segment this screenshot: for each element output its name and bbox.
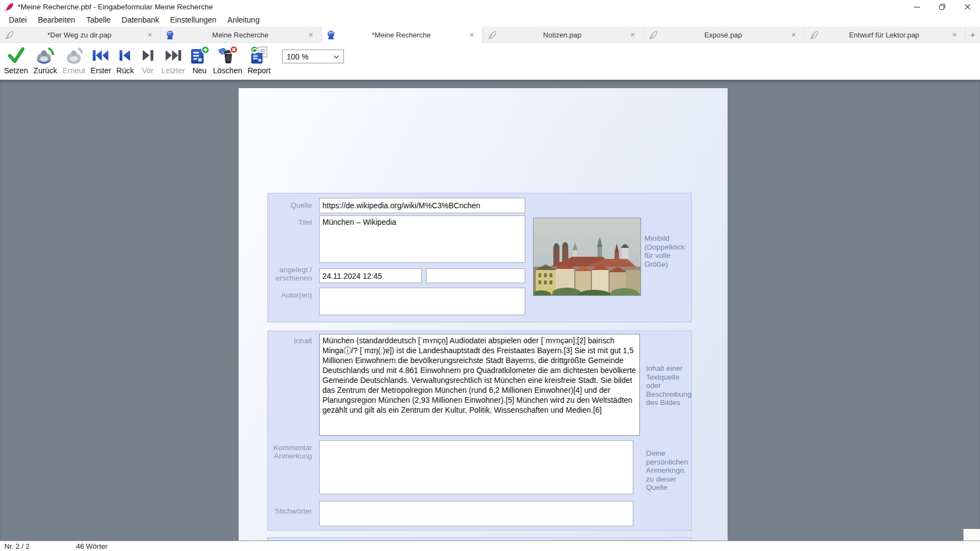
tab-der-weg-zu-dir[interactable]: *Der Weg zu dir.pap ×	[0, 26, 161, 43]
kommentar-input[interactable]	[319, 440, 633, 494]
window-controls	[904, 0, 980, 13]
minimize-button[interactable]	[904, 0, 929, 13]
close-icon	[964, 3, 971, 10]
app-feather-icon	[4, 2, 14, 12]
next-record-icon	[138, 45, 158, 65]
title-bar: *Meine Recherche.pbf - Eingabeformular M…	[0, 0, 980, 13]
menu-bar: Datei Bearbeiten Tabelle Datenbank Einst…	[0, 13, 980, 26]
last-record-icon	[163, 45, 183, 65]
redo-person-icon	[64, 45, 84, 65]
erster-record-button[interactable]: Erster	[88, 43, 114, 75]
vor-record-button[interactable]: Vor	[137, 43, 159, 75]
new-tab-button[interactable]: +	[966, 26, 980, 42]
tab-label: *Meine Recherche	[336, 31, 467, 39]
kommentar-hint: Deine persönlichen Anmerkngn. zu dieser …	[646, 449, 691, 492]
tab-notizen[interactable]: Notizen.pap ×	[483, 26, 644, 43]
tab-meine-recherche-active[interactable]: *Meine Recherche ×	[322, 26, 483, 43]
minibild-thumbnail[interactable]	[533, 218, 641, 296]
word-count: 46 Wörter	[76, 542, 107, 550]
feather-icon	[648, 30, 658, 40]
kommentar-label: Kommentar Anmerkung	[246, 444, 312, 460]
undo-person-icon	[35, 45, 55, 65]
inhalt-input[interactable]: München (standarddeutsch [ˈmʏnçn̩] Audio…	[319, 334, 640, 436]
status-bar: Nr. 2 / 2 46 Wörter	[0, 541, 980, 551]
inhalt-hint: Inhalt einer Textquelle oder Beschreibun…	[646, 364, 691, 407]
minibild-caption: Minibild (Doppelklick für volle Größe)	[644, 234, 692, 268]
autoren-input[interactable]	[319, 288, 525, 315]
close-button[interactable]	[955, 0, 980, 13]
minimize-icon	[913, 3, 920, 10]
delete-trash-icon	[218, 45, 238, 65]
report-icon	[249, 45, 269, 65]
quelle-label: Quelle	[246, 201, 312, 209]
loeschen-button[interactable]: Löschen	[212, 43, 244, 75]
inhalt-label: Inhalt	[246, 337, 312, 345]
feather-icon	[4, 30, 14, 40]
feather-icon	[487, 30, 497, 40]
form-canvas: Quelle Titel München – Wikipedia angeleg…	[0, 80, 980, 541]
rueck-record-button[interactable]: Rück	[114, 43, 137, 75]
section-quelle: Quelle Titel München – Wikipedia angeleg…	[267, 193, 692, 322]
restore-button[interactable]	[929, 0, 955, 13]
document-tab-bar: *Der Weg zu dir.pap × Meine Recherche × …	[0, 26, 980, 43]
application-window: *Meine Recherche.pbf - Eingabeformular M…	[0, 0, 980, 551]
report-button[interactable]: Report	[244, 43, 274, 75]
setzen-button[interactable]: Setzen	[1, 43, 31, 75]
menu-datenbank[interactable]: Datenbank	[116, 14, 165, 26]
first-record-icon	[91, 45, 111, 65]
new-record-icon	[190, 45, 209, 65]
titel-input[interactable]: München – Wikipedia	[319, 215, 525, 263]
tab-label: Notizen.pap	[497, 31, 628, 39]
tab-close-icon[interactable]: ×	[950, 30, 960, 40]
restore-icon	[939, 3, 946, 10]
tab-entwurf-fuer-lektor[interactable]: Entwurf für Lektor.pap ×	[805, 26, 966, 43]
erschienen-input[interactable]	[426, 268, 525, 283]
erneut-button[interactable]: Erneut	[60, 43, 88, 75]
menu-einstellungen[interactable]: Einstellungen	[165, 14, 222, 26]
menu-datei[interactable]: Datei	[3, 14, 33, 26]
tab-label: Exposé.pap	[658, 31, 789, 39]
zoom-value: 100 %	[287, 52, 333, 61]
tab-label: Entwurf für Lektor.pap	[819, 31, 950, 39]
tab-close-icon[interactable]: ×	[789, 30, 799, 40]
globe-icon	[326, 30, 336, 40]
menu-anleitung[interactable]: Anleitung	[222, 14, 265, 26]
scrollbar-corner	[963, 529, 980, 541]
munich-skyline-image	[534, 218, 640, 295]
tab-close-icon[interactable]: ×	[467, 30, 477, 40]
window-title: *Meine Recherche.pbf - Eingabeformular M…	[18, 3, 213, 11]
tab-expose[interactable]: Exposé.pap ×	[644, 26, 805, 43]
stichwoerter-label: Stichwörter	[246, 507, 312, 515]
quelle-input[interactable]	[319, 198, 525, 213]
stichwoerter-input[interactable]	[319, 501, 633, 526]
previous-record-icon	[115, 45, 135, 65]
tab-close-icon[interactable]: ×	[145, 30, 155, 40]
tab-close-icon[interactable]: ×	[306, 30, 316, 40]
chevron-down-icon	[333, 53, 340, 60]
section-inhalt: Inhalt München (standarddeutsch [ˈmʏnçn̩…	[267, 331, 692, 531]
tab-meine-recherche[interactable]: Meine Recherche ×	[161, 26, 322, 43]
tab-label: *Der Weg zu dir.pap	[14, 31, 145, 39]
globe-icon	[165, 30, 175, 40]
neu-button[interactable]: Neu	[187, 43, 212, 75]
tab-label: Meine Recherche	[175, 31, 306, 39]
zurueck-button[interactable]: Zurück	[31, 43, 60, 75]
angelegt-input[interactable]	[319, 268, 422, 283]
menu-bearbeiten[interactable]: Bearbeiten	[33, 14, 81, 26]
checkmark-icon	[6, 45, 26, 65]
record-counter: Nr. 2 / 2	[4, 542, 30, 550]
form-page: Quelle Titel München – Wikipedia angeleg…	[239, 88, 728, 541]
tab-close-icon[interactable]: ×	[628, 30, 638, 40]
angelegt-label: angelegt / erschienen	[246, 266, 312, 282]
toolbar: Setzen Zurück Erneut	[0, 43, 980, 80]
titel-label: Titel	[246, 218, 312, 226]
autoren-label: Autor(en)	[246, 291, 312, 299]
letzter-record-button[interactable]: Letzter	[159, 43, 187, 75]
menu-tabelle[interactable]: Tabelle	[80, 14, 116, 26]
feather-icon	[809, 30, 819, 40]
zoom-dropdown[interactable]: 100 %	[282, 50, 344, 63]
